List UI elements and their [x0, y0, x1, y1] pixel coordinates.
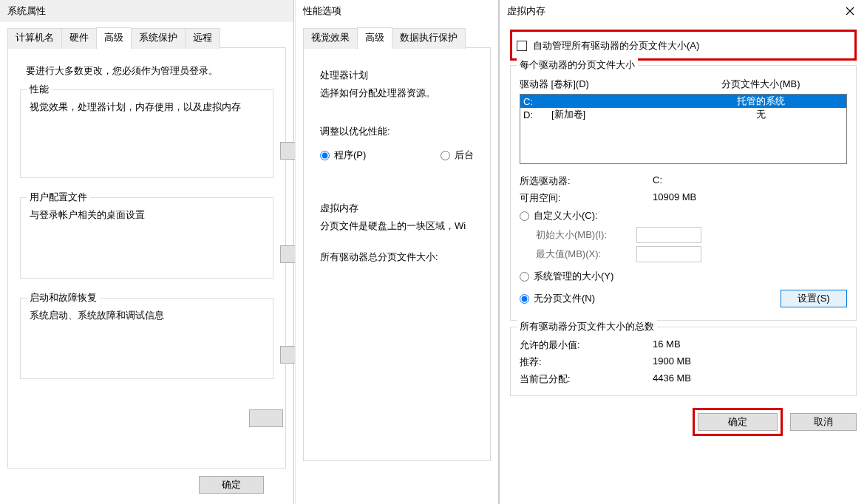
set-button[interactable]: 设置(S): [781, 290, 847, 307]
cur-label: 当前已分配:: [520, 372, 653, 386]
selected-drive-value: C:: [653, 174, 847, 188]
performance-group: 性能 视觉效果，处理器计划，内存使用，以及虚拟内存: [20, 89, 273, 178]
drive-d-label: D:: [520, 109, 551, 120]
vm-button-row: 确定 取消: [500, 401, 867, 446]
available-space-value: 10909 MB: [653, 191, 847, 205]
max-size-input[interactable]: [636, 246, 701, 262]
virtual-memory-dialog: 虚拟内存 自动管理所有驱动器的分页文件大小(A) 每个驱动器的分页文件大小 驱动…: [499, 0, 867, 504]
tab-dep[interactable]: 数据执行保护: [392, 28, 466, 49]
header-drive: 驱动器 [卷标](D): [520, 78, 675, 91]
tab-system-protection[interactable]: 系统保护: [131, 28, 186, 49]
radio-system-managed-label: 系统管理的大小(Y): [534, 270, 613, 283]
startup-recovery-group-title: 启动和故障恢复: [27, 291, 100, 304]
auto-manage-checkbox[interactable]: [517, 41, 527, 51]
available-space-row: 可用空间: 10909 MB: [520, 191, 847, 205]
cur-value: 4436 MB: [653, 372, 847, 386]
radio-system-managed[interactable]: 系统管理的大小(Y): [520, 270, 847, 283]
sysprops-tabpanel: 要进行大多数更改，您必须作为管理员登录。 性能 视觉效果，处理器计划，内存使用，…: [7, 47, 286, 469]
tab-visual-effects[interactable]: 视觉效果: [303, 28, 358, 49]
vm-section: 虚拟内存 分页文件是硬盘上的一块区域，Wi 所有驱动器总分页文件大小:: [320, 202, 474, 264]
rec-label: 推荐:: [520, 355, 653, 369]
drive-c-size: 托管的系统: [676, 95, 846, 108]
user-profiles-group: 用户配置文件 与登录帐户相关的桌面设置: [20, 197, 273, 279]
processor-scheduling-desc: 选择如何分配处理器资源。: [320, 86, 474, 100]
tab-advanced[interactable]: 高级: [96, 27, 132, 48]
min-label: 允许的最小值:: [520, 338, 653, 352]
totals-group: 所有驱动器分页文件大小的总数 允许的最小值:16 MB 推荐:1900 MB 当…: [510, 327, 857, 396]
drive-row-c[interactable]: C: 托管的系统: [520, 95, 846, 108]
processor-scheduling-title: 处理器计划: [320, 69, 474, 82]
drive-list[interactable]: C: 托管的系统 D: [新加卷] 无: [520, 94, 847, 164]
vm-section-desc: 分页文件是硬盘上的一块区域，Wi: [320, 219, 474, 233]
radio-system-managed-input[interactable]: [520, 272, 529, 282]
startup-recovery-group: 启动和故障恢复 系统启动、系统故障和调试信息: [20, 298, 273, 379]
user-profiles-group-title: 用户配置文件: [27, 191, 90, 204]
radio-custom-size-label: 自定义大小(C):: [534, 209, 598, 222]
sysprops-tabs: 计算机名 硬件 高级 系统保护 远程: [7, 27, 286, 47]
tab-computer-name[interactable]: 计算机名: [7, 28, 62, 49]
drive-row-d[interactable]: D: [新加卷] 无: [520, 108, 846, 121]
processor-scheduling-group: 处理器计划 选择如何分配处理器资源。 调整以优化性能: 程序(P) 后台: [320, 69, 474, 166]
performance-options-dialog: 性能选项 视觉效果 高级 数据执行保护 处理器计划 选择如何分配处理器资源。 调…: [295, 0, 499, 504]
tab-perf-advanced[interactable]: 高级: [357, 27, 392, 48]
radio-programs-label: 程序(P): [334, 149, 366, 162]
drive-c-label: C:: [520, 96, 551, 107]
performance-group-title: 性能: [27, 83, 52, 96]
env-vars-button-clipped[interactable]: [249, 409, 283, 427]
ok-highlight: 确定: [693, 408, 783, 436]
drive-paging-group: 每个驱动器的分页文件大小 驱动器 [卷标](D) 分页文件大小(MB) C: 托…: [510, 65, 857, 321]
vm-section-title: 虚拟内存: [320, 202, 474, 215]
radio-background-input[interactable]: [441, 151, 450, 160]
vm-ok-button[interactable]: 确定: [698, 413, 778, 431]
startup-recovery-group-desc: 系统启动、系统故障和调试信息: [30, 309, 264, 322]
selected-drive-row: 所选驱动器: C:: [520, 174, 847, 188]
radio-programs-input[interactable]: [320, 151, 330, 160]
initial-size-row: 初始大小(MB)(I):: [536, 227, 847, 243]
vm-total-label: 所有驱动器总分页文件大小:: [320, 251, 474, 264]
radio-background-label: 后台: [455, 149, 474, 162]
available-space-label: 可用空间:: [520, 191, 653, 205]
perf-titlebar: 性能选项: [296, 0, 498, 22]
selected-drive-label: 所选驱动器:: [520, 174, 653, 188]
max-size-label: 最大值(MB)(X):: [536, 248, 636, 261]
tab-remote[interactable]: 远程: [185, 28, 220, 49]
vm-title: 虚拟内存: [507, 4, 545, 18]
initial-size-label: 初始大小(MB)(I):: [536, 228, 636, 242]
auto-manage-highlight: 自动管理所有驱动器的分页文件大小(A): [510, 30, 857, 61]
radio-programs[interactable]: 程序(P): [320, 149, 366, 162]
vm-cancel-button[interactable]: 取消: [790, 413, 857, 431]
min-value: 16 MB: [653, 338, 847, 352]
performance-group-desc: 视觉效果，处理器计划，内存使用，以及虚拟内存: [30, 101, 264, 114]
max-size-row: 最大值(MB)(X):: [536, 246, 847, 262]
radio-no-paging-label: 无分页文件(N): [534, 292, 595, 305]
system-properties-dialog: 系统属性 计算机名 硬件 高级 系统保护 远程 要进行大多数更改，您必须作为管理…: [0, 0, 294, 504]
radio-custom-size-input[interactable]: [520, 211, 529, 221]
totals-group-title: 所有驱动器分页文件大小的总数: [517, 320, 657, 333]
sysprops-title: 系统属性: [7, 4, 46, 18]
vm-titlebar: 虚拟内存: [500, 0, 867, 22]
auto-manage-label: 自动管理所有驱动器的分页文件大小(A): [533, 39, 699, 52]
user-profiles-group-desc: 与登录帐户相关的桌面设置: [30, 208, 264, 222]
radio-no-paging[interactable]: 无分页文件(N): [520, 292, 595, 305]
radio-custom-size[interactable]: 自定义大小(C):: [520, 209, 847, 222]
radio-no-paging-input[interactable]: [520, 294, 529, 304]
drive-list-header: 驱动器 [卷标](D) 分页文件大小(MB): [520, 78, 847, 91]
perf-tabpanel: 处理器计划 选择如何分配处理器资源。 调整以优化性能: 程序(P) 后台 虚拟内…: [303, 47, 491, 461]
drive-d-volume: [新加卷]: [551, 108, 676, 121]
sysprops-ok-button[interactable]: 确定: [199, 476, 264, 494]
close-icon: [846, 7, 854, 16]
initial-size-input[interactable]: [636, 227, 701, 243]
sysprops-titlebar: 系统属性: [0, 0, 293, 22]
admin-intro-text: 要进行大多数更改，您必须作为管理员登录。: [26, 64, 268, 78]
drive-d-size: 无: [676, 108, 846, 121]
perf-tabs: 视觉效果 高级 数据执行保护: [303, 27, 491, 47]
rec-value: 1900 MB: [653, 355, 847, 369]
close-button[interactable]: [833, 0, 867, 22]
perf-title: 性能选项: [303, 4, 341, 18]
header-size: 分页文件大小(MB): [675, 78, 847, 91]
radio-background-clipped[interactable]: 后台: [441, 149, 474, 162]
adjust-label: 调整以优化性能:: [320, 125, 474, 138]
tab-hardware[interactable]: 硬件: [61, 28, 97, 49]
drive-paging-group-title: 每个驱动器的分页文件大小: [517, 58, 638, 72]
